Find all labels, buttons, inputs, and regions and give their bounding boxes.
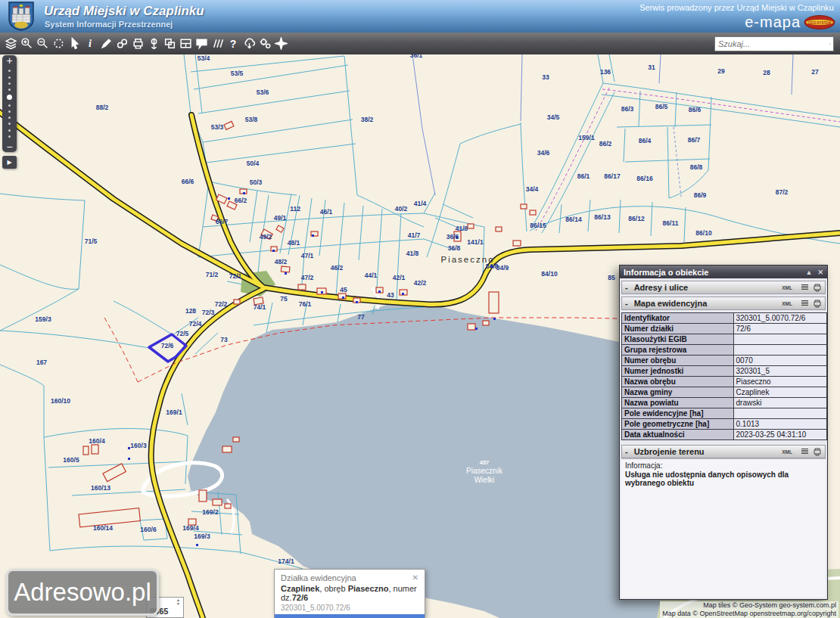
zoom-level-dot[interactable] — [8, 123, 11, 125]
address-point — [342, 297, 344, 299]
svg-text:Piasecznik: Piasecznik — [466, 467, 503, 475]
download-icon[interactable] — [241, 36, 257, 52]
info-icon[interactable]: i — [82, 36, 98, 52]
select-area-icon[interactable] — [51, 36, 66, 52]
parcel-label: 141/1 — [467, 238, 484, 246]
gps-icon[interactable] — [146, 36, 161, 52]
attribution-tiles[interactable]: Map tiles © Geo-System geo-system.com.pl — [662, 601, 836, 610]
parcel-label: 42/1 — [393, 274, 406, 281]
parcel-label: 41/7 — [408, 231, 421, 239]
building-outline — [225, 504, 231, 508]
panel-minimize-icon[interactable]: ▲ — [806, 269, 813, 276]
building-outline — [513, 241, 521, 246]
sidebar-toggle-button[interactable]: ▶ — [2, 156, 17, 169]
pointer-icon[interactable] — [67, 36, 82, 52]
zoom-level-track[interactable] — [7, 66, 12, 141]
parcel-label: 72/2 — [215, 300, 228, 308]
zoom-level-dot[interactable] — [8, 129, 11, 132]
section-adresy-i-ulice[interactable]: - Adresy i ulice XML — [621, 281, 826, 294]
search-icon[interactable] — [829, 39, 831, 49]
zoom-level-dot[interactable] — [8, 110, 11, 113]
scale-spinner-icon[interactable]: ▲▼ — [176, 598, 180, 606]
link-icon[interactable] — [114, 36, 129, 52]
comment-icon[interactable] — [194, 36, 209, 52]
building-outline — [199, 490, 207, 502]
parcel-label: 36/6 — [446, 233, 459, 241]
parcel-label: 33 — [542, 73, 549, 81]
zoom-in-button[interactable]: + — [6, 55, 12, 66]
zoom-level-dot[interactable] — [8, 135, 11, 138]
parcel-label: 84/9 — [496, 264, 509, 272]
hatch-icon[interactable] — [210, 36, 225, 52]
zoom-in-icon[interactable] — [19, 36, 34, 52]
info-message: Usługa nie udostępnia danych opisowych d… — [625, 470, 822, 487]
popup-close-icon[interactable]: ✕ — [412, 573, 418, 582]
building-outline — [468, 324, 475, 330]
building-outline — [468, 224, 474, 228]
parcel-label: 49/2 — [260, 233, 272, 241]
print-section-icon[interactable] — [813, 448, 822, 456]
parcel-label: 48/1 — [288, 239, 300, 247]
xml-export-icon[interactable]: XML — [782, 285, 792, 290]
zoom-out-button[interactable]: − — [6, 141, 12, 152]
uzbrojenie-info: Informacja: Usługa nie udostępnia danych… — [621, 458, 826, 598]
parcel-label: 86/9 — [694, 191, 707, 199]
zoom-level-dot[interactable] — [8, 116, 11, 119]
parcel-label: 86/3 — [621, 105, 634, 113]
parcel-label: 87/2 — [776, 188, 789, 196]
parcel-label: 160/6 — [140, 526, 157, 533]
zoom-level-dot[interactable] — [8, 82, 11, 85]
zoom-out-icon[interactable] — [35, 36, 50, 52]
collapse-icon[interactable]: - — [625, 299, 628, 308]
building-outline — [83, 446, 89, 455]
xml-export-icon[interactable]: XML — [782, 301, 792, 306]
zoom-level-dot[interactable] — [7, 95, 12, 100]
help-icon[interactable]: ? — [226, 36, 241, 52]
print-section-icon[interactable] — [813, 300, 822, 308]
layers-icon[interactable] — [3, 36, 18, 52]
address-point — [321, 291, 323, 293]
parcel-label: 31 — [648, 64, 655, 71]
list-view-icon[interactable] — [801, 284, 809, 291]
collapse-icon[interactable]: - — [625, 283, 628, 292]
building-outline — [521, 204, 527, 209]
zoom-level-dot[interactable] — [8, 76, 11, 79]
table-row: Grupa rejestrowa — [622, 345, 827, 356]
parcel-label: 36/1 — [410, 54, 423, 59]
collapse-icon[interactable]: - — [625, 447, 628, 456]
xml-export-icon[interactable]: XML — [782, 449, 792, 455]
table-row: Identyfikator320301_5.0070.72/6 — [622, 313, 827, 324]
panels-icon[interactable] — [178, 36, 193, 52]
parcel-label: 86/16 — [636, 175, 653, 182]
print-section-icon[interactable] — [813, 284, 822, 292]
zoom-level-dot[interactable] — [8, 89, 11, 91]
settings-icon[interactable] — [257, 36, 272, 52]
panel-close-icon[interactable]: ✕ — [817, 269, 823, 276]
list-view-icon[interactable] — [801, 448, 809, 455]
draw-icon[interactable] — [98, 36, 114, 52]
building-outline — [234, 300, 240, 304]
zoom-level-dot[interactable] — [8, 70, 11, 72]
search-input[interactable] — [715, 39, 829, 48]
table-row: Nazwa gminyCzaplinek — [622, 387, 827, 398]
section-uzbrojenie-terenu[interactable]: - Uzbrojenie terenu XML — [621, 445, 826, 458]
table-row: Numer obrębu0070 — [622, 356, 827, 366]
frames-icon[interactable] — [162, 36, 177, 52]
attribution-data[interactable]: Map data © OpenStreetMap openstreetmap.o… — [662, 610, 836, 618]
panel-titlebar[interactable]: Informacja o obiekcie ▲ ✕ — [620, 266, 827, 278]
parcel-label: 44/1 — [365, 272, 378, 279]
list-view-icon[interactable] — [801, 300, 809, 307]
search-box[interactable] — [714, 36, 834, 51]
section-mapa-ewidencyjna[interactable]: - Mapa ewidencyjna XML — [621, 297, 826, 310]
building-outline — [213, 499, 222, 505]
zoom-level-dot[interactable] — [8, 104, 11, 107]
print-icon[interactable] — [130, 36, 145, 52]
compass-icon[interactable] — [273, 36, 288, 52]
parcel-label: 159/1 — [578, 134, 595, 141]
parcel-label: 41/4 — [414, 200, 427, 207]
parcel-label: 86/4 — [639, 137, 652, 144]
panel-title: Informacja o obiekcie — [624, 268, 708, 277]
parcel-label: 86/11 — [663, 219, 679, 227]
zoom-bar[interactable]: + − — [2, 55, 17, 152]
parcel-label: 76/1 — [299, 300, 312, 308]
